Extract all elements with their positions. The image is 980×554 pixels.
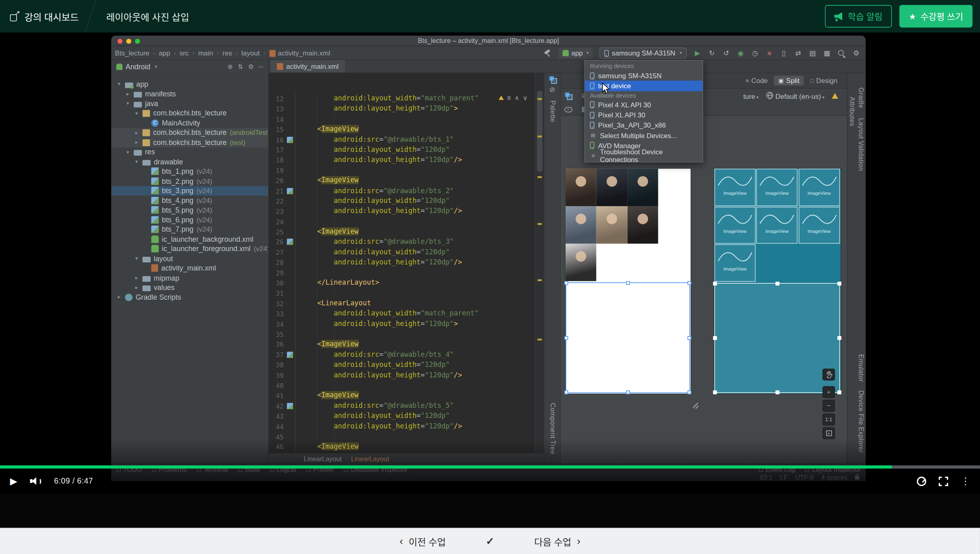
profiler-icon[interactable]: ◷ — [751, 49, 760, 57]
prev-lesson-button[interactable]: ‹ 이전 수업 — [399, 535, 446, 548]
blueprint-imageview-bts_5[interactable]: ImageView — [756, 207, 798, 244]
dropdown-item-pixel-3a-api-30-x86[interactable]: Pixel_3a_API_30_x86 — [585, 120, 702, 130]
close-window-button[interactable] — [117, 38, 122, 43]
tree-item-mipmap[interactable]: ▸mipmap — [111, 273, 268, 283]
breadcrumb-item-app[interactable]: app — [159, 49, 170, 57]
dropdown-item-samsung-sm-a315n[interactable]: samsung SM-A315N — [585, 70, 702, 81]
dashboard-link[interactable]: 강의 대시보드 — [24, 10, 79, 23]
more-menu-icon[interactable]: ⋮ — [961, 475, 970, 487]
selection-handle[interactable] — [837, 282, 841, 286]
device-manager-icon[interactable]: ▯ — [779, 49, 788, 57]
selection-handle[interactable] — [626, 281, 630, 285]
breadcrumb-item-src[interactable]: src — [179, 49, 189, 57]
tree-item-bts-1-png[interactable]: bts_1.png (v24) — [111, 166, 268, 176]
code-line[interactable]: 30 </LinearLayout> — [269, 278, 535, 288]
play-icon[interactable]: ▶ — [10, 475, 17, 487]
code-line[interactable]: 25 <ImageView — [269, 227, 535, 237]
code-line[interactable]: 37 android:src="@drawable/bts_4" — [269, 350, 535, 360]
tree-item-mainactivity[interactable]: MainActivity — [111, 118, 268, 128]
zoom-fit-button[interactable] — [822, 427, 835, 439]
design-canvas[interactable]: ImageViewImageViewImageViewImageViewImag… — [561, 115, 847, 463]
blueprint-imageview-bts_2[interactable]: ImageView — [756, 169, 798, 206]
dropdown-item-troubleshoot-device-connections[interactable]: ≡Troubleshoot Device Connections — [585, 151, 702, 161]
tree-item-drawable[interactable]: ▾drawable — [111, 157, 268, 166]
tree-item-ic-launcher-foreground-xml[interactable]: ic_launcher_foreground.xml (v24) — [111, 244, 268, 254]
selection-handle[interactable] — [687, 336, 691, 339]
selection-handle[interactable] — [713, 282, 717, 286]
selection-handle[interactable] — [713, 390, 717, 394]
tree-item-bts-5-png[interactable]: bts_5.png (v24) — [111, 205, 268, 215]
study-alarm-button[interactable]: 학습 알림 — [825, 5, 892, 28]
code-line[interactable]: 44 android:layout_height="120dp"/> — [269, 422, 535, 432]
code-line[interactable]: 18 android:layout_height="120dp"/> — [269, 155, 535, 165]
tree-item-ic-launcher-background-xml[interactable]: ic_launcher_background.xml — [111, 234, 268, 244]
project-view-select[interactable]: Android — [126, 63, 150, 70]
preview-photo-bts_5[interactable] — [596, 206, 627, 244]
code-line[interactable]: 24 — [269, 217, 535, 227]
dropdown-item-select-multiple-devices-[interactable]: ⊞Select Multiple Devices... — [585, 130, 702, 141]
breadcrumb-item-res[interactable]: res — [222, 49, 232, 57]
selection-handle[interactable] — [775, 390, 779, 394]
layout-inspector-icon[interactable]: ▦ — [822, 49, 831, 57]
run-icon[interactable]: ▶ — [693, 49, 702, 57]
tree-item-gradle-scripts[interactable]: ▸Gradle Scripts — [111, 292, 268, 302]
selection-handle[interactable] — [775, 282, 779, 286]
volume-icon[interactable] — [30, 476, 41, 486]
sync-project-icon[interactable]: ⇄ — [794, 49, 803, 57]
tree-item-java[interactable]: ▾java — [111, 99, 268, 109]
selection-handle[interactable] — [713, 336, 717, 340]
code-line[interactable]: 20 <ImageView — [269, 176, 535, 186]
code-line[interactable]: 29 — [269, 268, 535, 278]
playback-speed-icon[interactable] — [917, 476, 926, 486]
inspection-widget[interactable]: 8 ∧ ∨ — [499, 94, 527, 101]
selection-handle[interactable] — [564, 390, 568, 394]
code-line[interactable]: 21 android:src="@drawable/bts_2" — [269, 186, 535, 196]
complete-check-icon[interactable]: ✓ — [486, 535, 494, 547]
tool-tab-gradle[interactable]: Gradle — [858, 87, 865, 108]
collapse-all-icon[interactable]: ⇅ — [238, 63, 243, 70]
tree-item-com-bokchi-bts-lecture[interactable]: ▸com.bokchi.bts_lecture (test) — [111, 137, 268, 147]
selection-handle[interactable] — [687, 281, 691, 285]
device-select[interactable]: samsung SM-A315N▾ — [599, 47, 687, 59]
zoom-window-button[interactable] — [135, 38, 140, 43]
zoom-in-button[interactable]: + — [822, 386, 835, 398]
code-line[interactable]: 35 — [269, 329, 535, 339]
blueprint-selected-layout[interactable] — [714, 283, 840, 393]
video-player[interactable]: Bts_lecture – activity_main.xml [Bts_lec… — [0, 32, 980, 494]
mode-tab-code[interactable]: ≡Code — [741, 76, 772, 86]
selection-handle[interactable] — [687, 390, 691, 394]
design-surface-icon[interactable] — [549, 76, 557, 84]
resize-handle[interactable] — [692, 402, 699, 409]
tree-item-app[interactable]: ▾app — [111, 79, 268, 89]
code-line[interactable]: 26 android:src="@drawable/bts_3" — [269, 237, 535, 247]
orientation-icon[interactable]: ⊘ — [549, 85, 555, 94]
view-options-icon[interactable] — [564, 106, 572, 113]
breadcrumb-item-layout[interactable]: layout — [241, 49, 260, 57]
selection-handle[interactable] — [837, 336, 841, 340]
code-line[interactable]: 38 android:layout_width="120dp" — [269, 360, 535, 370]
tree-item-com-bokchi-bts-lecture[interactable]: ▸com.bokchi.bts_lecture (androidTest) — [111, 128, 268, 137]
code-line[interactable]: 34 android:layout_height="120dp"> — [269, 319, 535, 329]
next-issue-icon[interactable]: ∨ — [523, 94, 527, 101]
mode-tab-split[interactable]: ▣Split — [774, 76, 804, 86]
tree-item-res[interactable]: ▾res — [111, 147, 268, 157]
editor-scrollbar[interactable] — [535, 73, 544, 453]
build-hammer-icon[interactable] — [544, 49, 552, 57]
blueprint-preview-phone[interactable]: ImageViewImageViewImageViewImageViewImag… — [714, 169, 841, 394]
prev-issue-icon[interactable]: ∧ — [515, 94, 519, 101]
tree-item-bts-7-png[interactable]: bts_7.png (v24) — [111, 225, 268, 234]
code-line[interactable]: 23 android:layout_height="120dp"/> — [269, 207, 535, 217]
preview-photo-bts_1[interactable] — [566, 169, 596, 207]
tree-item-bts-4-png[interactable]: bts_4.png (v24) — [111, 196, 268, 205]
code-line[interactable]: 31 — [269, 288, 535, 298]
settings-icon[interactable]: ⚙ — [852, 49, 861, 57]
progress-bar[interactable] — [0, 465, 980, 468]
minimize-window-button[interactable] — [126, 38, 131, 43]
breadcrumb-item-main[interactable]: main — [198, 49, 213, 57]
tree-item-activity-main-xml[interactable]: activity_main.xml — [111, 263, 268, 273]
build-variants-icon[interactable]: ▤ — [808, 49, 817, 57]
blueprint-imageview-bts_4[interactable]: ImageView — [714, 207, 756, 244]
stop-icon[interactable]: ■ — [765, 49, 774, 57]
tool-tab-attributes[interactable]: Attributes — [849, 97, 856, 126]
debug-icon[interactable]: ◉ — [736, 49, 745, 57]
